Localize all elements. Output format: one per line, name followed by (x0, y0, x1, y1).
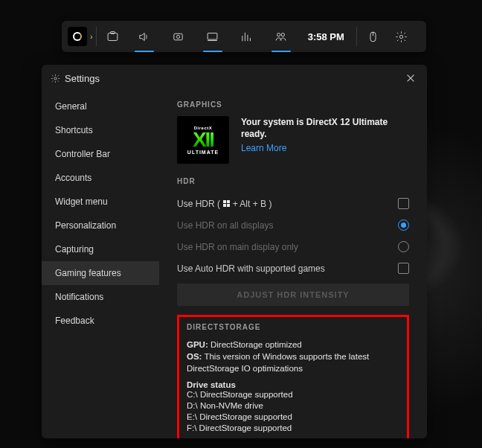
directstorage-callout: DIRECTSTORAGE GPU: DirectStorage optimiz… (177, 315, 409, 438)
drive-row: D:\ Non-NVMe drive (187, 400, 399, 412)
xbox-game-bar: › 3:58 PM (62, 21, 426, 52)
svg-rect-2 (174, 33, 182, 40)
sidebar-item-widget-menu[interactable]: Widget menu (42, 190, 159, 214)
directstorage-heading: DIRECTSTORAGE (187, 323, 399, 331)
use-hdr-row: Use HDR ( + Alt + B ) (177, 193, 409, 214)
sidebar-item-general[interactable]: General (42, 95, 159, 118)
svg-rect-0 (108, 33, 118, 40)
divider (96, 27, 97, 46)
use-hdr-label: Use HDR ( + Alt + B ) (177, 199, 271, 209)
svg-point-10 (54, 77, 57, 79)
active-app-thumbnail[interactable]: › (65, 21, 93, 52)
capture-icon[interactable] (162, 21, 195, 52)
svg-rect-1 (111, 31, 115, 33)
drive-row: C:\ DirectStorage supported (187, 389, 399, 400)
gear-icon (51, 74, 60, 83)
svg-point-5 (277, 33, 280, 36)
performance-icon[interactable] (196, 21, 229, 52)
graphics-heading: GRAPHICS (177, 100, 409, 109)
mouse-icon[interactable] (360, 21, 387, 52)
audio-icon[interactable] (128, 21, 161, 52)
xbox-social-icon[interactable] (265, 21, 298, 52)
sidebar-item-controller-bar[interactable]: Controller Bar (42, 142, 159, 166)
use-hdr-checkbox[interactable] (398, 198, 409, 209)
hdr-main-only-row: Use HDR on main display only (177, 236, 409, 257)
hdr-all-displays-row: Use HDR on all displays (177, 214, 409, 236)
drive-row: F:\ DirectStorage supported (187, 423, 399, 434)
ds-gpu-line: GPU: DirectStorage optimized (187, 339, 399, 351)
settings-gear-icon[interactable] (388, 21, 415, 52)
svg-point-6 (281, 33, 284, 36)
auto-hdr-label: Use Auto HDR with supported games (177, 263, 325, 274)
screenshot-icon[interactable] (100, 21, 126, 52)
auto-hdr-row: Use Auto HDR with supported games (177, 257, 409, 279)
hdr-heading: HDR (177, 177, 409, 185)
chevron-right-icon: › (90, 32, 93, 41)
close-icon (405, 73, 416, 83)
sidebar-item-shortcuts[interactable]: Shortcuts (42, 118, 159, 142)
drive-status-heading: Drive status (187, 380, 399, 389)
ds-os-line: OS: This version of Windows supports the… (187, 351, 399, 374)
svg-rect-4 (208, 33, 217, 39)
sidebar-item-personalization[interactable]: Personalization (42, 214, 159, 237)
settings-window: Settings General Shortcuts Controller Ba… (42, 65, 427, 438)
close-button[interactable] (403, 71, 418, 86)
divider (356, 27, 357, 46)
learn-more-link[interactable]: Learn More (241, 143, 409, 153)
hdr-main-only-label: Use HDR on main display only (177, 242, 298, 252)
hdr-all-displays-label: Use HDR on all displays (177, 220, 273, 231)
sidebar-item-gaming-features[interactable]: Gaming features (42, 261, 159, 285)
sidebar-item-capturing[interactable]: Capturing (42, 237, 159, 261)
clock: 3:58 PM (299, 21, 353, 52)
dx12-ready-text: Your system is DirectX 12 Ultimate ready… (241, 116, 409, 140)
resources-icon[interactable] (231, 21, 263, 52)
sidebar-item-accounts[interactable]: Accounts (42, 166, 159, 190)
settings-sidebar: General Shortcuts Controller Bar Account… (42, 92, 159, 438)
drive-status-list: C:\ DirectStorage supported D:\ Non-NVMe… (187, 389, 399, 434)
window-title: Settings (65, 73, 100, 84)
auto-hdr-checkbox[interactable] (398, 263, 409, 274)
svg-point-3 (177, 35, 180, 38)
drive-row: E:\ DirectStorage supported (187, 412, 399, 423)
adjust-hdr-button: ADJUST HDR INTENSITY (177, 284, 409, 306)
window-titlebar: Settings (42, 65, 427, 92)
sidebar-item-notifications[interactable]: Notifications (42, 285, 159, 309)
sidebar-item-feedback[interactable]: Feedback (42, 309, 159, 333)
hdr-all-displays-radio[interactable] (398, 220, 409, 231)
hdr-main-only-radio[interactable] (398, 241, 409, 252)
svg-point-9 (400, 35, 403, 38)
settings-content: GRAPHICS DirectX XII ULTIMATE Your syste… (159, 92, 427, 438)
directx-ultimate-badge: DirectX XII ULTIMATE (177, 116, 229, 164)
windows-key-icon (222, 200, 230, 208)
